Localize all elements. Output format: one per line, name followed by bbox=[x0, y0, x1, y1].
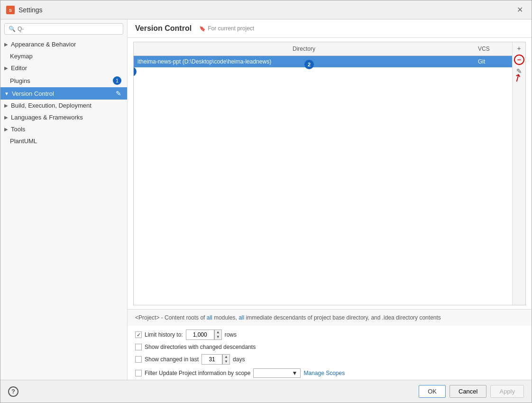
sidebar-item-editor[interactable]: ▶ Editor bbox=[0, 62, 127, 74]
dropdown-arrow-icon: ▼ bbox=[292, 370, 298, 376]
remove-vcs-button[interactable]: − bbox=[514, 55, 524, 65]
sidebar-item-plantuml[interactable]: PlantUML bbox=[0, 135, 127, 147]
arrow-icon: ▶ bbox=[4, 127, 8, 132]
panel-body: Directory VCS itheima-news-ppt (D:\Deskt… bbox=[128, 38, 532, 380]
limit-history-spinner: ▲ ▼ bbox=[214, 330, 222, 340]
show-changed-descendants-option: Show directories with changed descendant… bbox=[135, 344, 524, 350]
sidebar-item-label: Tools bbox=[11, 126, 25, 133]
show-changed-last-spinner-group: ▲ ▼ bbox=[202, 354, 230, 365]
add-vcs-button[interactable]: + bbox=[514, 43, 524, 54]
sidebar-item-version-control[interactable]: ▼ Version Control ✎ bbox=[0, 87, 127, 100]
table-body: itheima-news-ppt (D:\Desktop\code\heima-… bbox=[134, 56, 512, 305]
limit-history-checkbox[interactable] bbox=[135, 331, 142, 338]
col-vcs-header: VCS bbox=[474, 44, 512, 54]
sidebar-item-label: Editor bbox=[11, 64, 27, 72]
sidebar-item-build[interactable]: ▶ Build, Execution, Deployment bbox=[0, 100, 127, 111]
close-button[interactable]: ✕ bbox=[514, 4, 526, 15]
cell-directory: itheima-news-ppt (D:\Desktop\code\heima-… bbox=[134, 56, 474, 67]
options-area: Limit history to: ▲ ▼ rows bbox=[128, 326, 532, 380]
search-icon: 🔍 bbox=[9, 26, 16, 32]
app-icon: S bbox=[6, 6, 15, 14]
filter-update-option: Filter Update Project information by sco… bbox=[135, 368, 524, 378]
sidebar-item-appearance[interactable]: ▶ Appearance & Behavior bbox=[0, 38, 127, 50]
sidebar-item-tools[interactable]: ▶ Tools bbox=[0, 123, 127, 135]
manage-scopes-link[interactable]: Manage Scopes bbox=[303, 370, 345, 376]
table-header: Directory VCS bbox=[134, 42, 512, 56]
svg-text:S: S bbox=[9, 8, 12, 13]
info-text: <Project> - Content roots of all modules… bbox=[128, 309, 532, 326]
sidebar-item-label: Languages & Frameworks bbox=[11, 114, 83, 121]
search-box[interactable]: 🔍 bbox=[4, 23, 123, 35]
sidebar: 🔍 ▶ Appearance & Behavior Keymap ▶ Edito… bbox=[0, 19, 128, 380]
subtitle-text: For current project bbox=[208, 25, 254, 32]
show-changed-descendants-checkbox[interactable] bbox=[135, 344, 142, 350]
plugins-badge: 1 bbox=[113, 76, 121, 85]
footer-right: OK Cancel Apply bbox=[419, 385, 524, 398]
filter-update-label: Filter Update Project information by sco… bbox=[145, 370, 250, 376]
limit-history-option: Limit history to: ▲ ▼ rows bbox=[135, 330, 524, 340]
footer: ? OK Cancel Apply bbox=[0, 380, 532, 403]
limit-history-spinner-group: ▲ ▼ bbox=[186, 330, 222, 340]
arrow-icon: ▶ bbox=[4, 42, 8, 47]
panel-subtitle: 🔖 For current project bbox=[199, 25, 254, 37]
edit-icon: ✎ bbox=[116, 90, 121, 97]
limit-history-label-before: Limit history to: bbox=[145, 331, 183, 338]
content-area: 🔍 ▶ Appearance & Behavior Keymap ▶ Edito… bbox=[0, 19, 532, 380]
show-changed-last-label-after: days bbox=[233, 356, 245, 363]
spinner-down[interactable]: ▼ bbox=[223, 359, 229, 364]
subtitle-icon: 🔖 bbox=[199, 26, 206, 32]
all-immediate-text: all bbox=[238, 314, 244, 321]
arrow-icon: ▶ bbox=[4, 103, 8, 108]
cancel-button[interactable]: Cancel bbox=[449, 385, 486, 398]
scope-dropdown[interactable]: ▼ bbox=[253, 368, 301, 378]
annotation-badge-2: 2 bbox=[304, 60, 314, 69]
sidebar-item-label: Plugins bbox=[10, 77, 30, 84]
table-row[interactable]: itheima-news-ppt (D:\Desktop\code\heima-… bbox=[134, 56, 512, 67]
sidebar-item-languages[interactable]: ▶ Languages & Frameworks bbox=[0, 111, 127, 123]
panel-header: Version Control 🔖 For current project bbox=[128, 19, 532, 38]
sidebar-item-label: Build, Execution, Deployment bbox=[11, 102, 92, 109]
all-modules-text: all bbox=[207, 314, 212, 321]
sidebar-item-plugins[interactable]: Plugins 1 bbox=[0, 74, 127, 87]
show-changed-descendants-label: Show directories with changed descendant… bbox=[145, 344, 256, 350]
spinner-down[interactable]: ▼ bbox=[215, 335, 221, 339]
apply-button[interactable]: Apply bbox=[490, 385, 524, 398]
filter-update-checkbox[interactable] bbox=[135, 370, 142, 376]
vcs-table: Directory VCS itheima-news-ppt (D:\Deskt… bbox=[133, 42, 526, 305]
limit-history-input[interactable] bbox=[186, 330, 214, 340]
arrow-icon: ▶ bbox=[4, 115, 8, 120]
spinner-up[interactable]: ▲ bbox=[223, 355, 229, 359]
show-changed-last-label-before: Show changed in last bbox=[145, 356, 199, 363]
title-bar: S Settings ✕ bbox=[0, 0, 532, 19]
help-button[interactable]: ? bbox=[8, 386, 18, 397]
table-actions: + − ✎ 3 ↗ bbox=[512, 42, 525, 305]
title-bar-left: S Settings bbox=[6, 6, 43, 14]
ok-button[interactable]: OK bbox=[419, 385, 446, 398]
arrow-icon: ▶ bbox=[4, 65, 8, 71]
cell-vcs: Git bbox=[474, 56, 512, 67]
col-directory-header: Directory bbox=[134, 44, 474, 54]
show-changed-last-option: Show changed in last ▲ ▼ days bbox=[135, 354, 524, 365]
settings-window: S Settings ✕ 🔍 ▶ Appearance & Behavior K… bbox=[0, 0, 532, 403]
show-changed-last-checkbox[interactable] bbox=[135, 356, 142, 363]
panel-title: Version Control bbox=[135, 24, 192, 37]
arrow-icon: ▼ bbox=[4, 91, 9, 96]
sidebar-item-label: Version Control bbox=[12, 90, 54, 97]
limit-history-label-after: rows bbox=[225, 331, 237, 338]
main-panel: Version Control 🔖 For current project Di… bbox=[128, 19, 532, 380]
sidebar-item-label: Keymap bbox=[10, 53, 33, 60]
sidebar-item-label: Appearance & Behavior bbox=[11, 41, 76, 48]
sidebar-item-label: PlantUML bbox=[10, 137, 37, 145]
sidebar-item-keymap[interactable]: Keymap bbox=[0, 50, 127, 62]
show-changed-last-spinner: ▲ ▼ bbox=[222, 354, 230, 365]
spinner-up[interactable]: ▲ bbox=[215, 330, 221, 335]
edit-vcs-button[interactable]: ✎ bbox=[514, 66, 524, 76]
footer-left: ? bbox=[8, 386, 18, 397]
show-changed-last-input[interactable] bbox=[202, 354, 222, 365]
search-input[interactable] bbox=[18, 26, 119, 32]
window-title: Settings bbox=[18, 6, 43, 14]
